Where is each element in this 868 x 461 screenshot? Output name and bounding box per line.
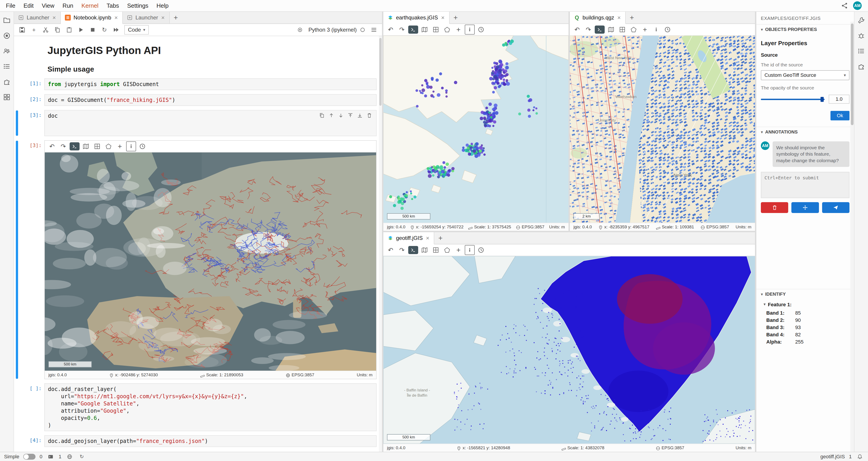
restart-kernel-icon[interactable]: ↻ [99, 25, 110, 35]
cell-collapser-active[interactable] [16, 110, 18, 136]
cell-collapser[interactable] [16, 63, 18, 74]
duplicate-cell-icon[interactable] [318, 111, 326, 120]
menu-run[interactable]: Run [59, 0, 78, 11]
code-cell-raster[interactable]: [ ]: doc.add_raster_layer( url="https://… [14, 383, 377, 431]
run-icon[interactable] [75, 25, 86, 35]
annotation-reply-input[interactable] [761, 172, 849, 198]
add-layer-icon[interactable]: + [115, 141, 125, 151]
bell-icon[interactable] [856, 453, 864, 461]
property-inspector-icon[interactable] [857, 16, 865, 24]
basemap-icon[interactable] [420, 25, 430, 35]
annotations-header[interactable]: ▾ANNOTATIONS [756, 127, 854, 137]
close-icon[interactable]: × [52, 15, 56, 21]
markdown-cell-title[interactable]: JupyterGIS Python API [14, 40, 377, 58]
code-cell-2[interactable]: [2]: doc = GISDocument("france_hiking.jG… [14, 94, 377, 106]
identify-feature[interactable]: ▾Feature 1: [756, 299, 854, 309]
vector-polygon-icon[interactable] [442, 25, 452, 35]
terminals-count[interactable]: 0 [39, 454, 42, 460]
share-icon[interactable] [840, 2, 848, 10]
console-icon[interactable] [70, 142, 80, 151]
cell-type-select[interactable]: Code ▾ [124, 25, 149, 35]
code-editor[interactable]: doc.add_raster_layer( url="https://mt1.g… [44, 383, 377, 431]
panel-menu-icon[interactable] [368, 25, 379, 35]
markdown-cell-section[interactable]: Simple usage [14, 62, 377, 74]
raster-grid-icon[interactable] [92, 141, 102, 151]
new-tab-button[interactable]: + [450, 12, 462, 24]
toc-icon[interactable] [857, 47, 865, 55]
close-icon[interactable]: × [161, 15, 165, 21]
geotiff-map[interactable]: - Baffin Island - Île de Baffin 500 km [383, 256, 755, 443]
europe-map[interactable]: 500 km [45, 153, 376, 371]
opacity-slider[interactable] [761, 96, 825, 102]
slider-handle[interactable] [820, 97, 824, 102]
undo-icon[interactable]: ↶ [47, 141, 57, 151]
terminal-icon[interactable] [46, 453, 55, 461]
menu-file[interactable]: File [2, 0, 20, 11]
paste-icon[interactable] [64, 25, 74, 35]
code-editor[interactable]: doc [44, 110, 377, 136]
identify-header[interactable]: ▾IDENTIFY [756, 289, 854, 299]
insert-below-icon[interactable] [356, 111, 364, 120]
code-editor[interactable]: from jupytergis import GISDocument [44, 78, 377, 90]
console-icon[interactable] [595, 26, 604, 34]
identify-icon[interactable] [465, 245, 475, 255]
vector-polygon-icon[interactable] [103, 141, 114, 151]
tab-notebook[interactable]: Notebook.ipynb × [61, 12, 123, 24]
new-tab-button[interactable]: + [434, 232, 446, 244]
close-icon[interactable]: × [440, 15, 445, 21]
close-icon[interactable]: × [617, 15, 621, 21]
add-layer-icon[interactable]: + [640, 25, 650, 35]
undo-icon[interactable]: ↶ [385, 245, 396, 255]
extensions-icon[interactable] [857, 62, 865, 70]
history-icon[interactable] [662, 25, 673, 35]
kernel-icon[interactable] [294, 25, 305, 35]
cell-collapser[interactable] [16, 95, 18, 105]
history-icon[interactable] [476, 245, 486, 255]
current-document[interactable]: geotiff.jGIS [820, 454, 845, 460]
close-icon[interactable]: × [426, 235, 430, 241]
move-up-icon[interactable] [327, 111, 336, 120]
move-down-icon[interactable] [337, 111, 345, 120]
submit-annotation-button[interactable] [822, 202, 849, 213]
menu-help[interactable]: Help [152, 0, 173, 11]
tab-launcher-2[interactable]: Launcher × [123, 12, 169, 24]
center-annotation-button[interactable] [792, 202, 819, 213]
delete-cell-icon[interactable] [365, 111, 373, 120]
new-tab-button[interactable]: + [170, 12, 182, 24]
undo-icon[interactable]: ↶ [572, 25, 582, 35]
kernels-icon[interactable] [3, 93, 11, 101]
copy-icon[interactable] [52, 25, 63, 35]
code-editor[interactable]: doc = GISDocument("france_hiking.jGIS") [44, 94, 377, 106]
cell-collapser[interactable] [16, 384, 18, 431]
console-icon[interactable] [408, 26, 418, 34]
notebook-scrollbar[interactable] [379, 36, 382, 452]
notebook-content[interactable]: JupyterGIS Python API Simple usage [1]: … [14, 36, 382, 452]
undo-icon[interactable]: ↶ [385, 25, 396, 35]
history-icon[interactable] [137, 141, 147, 151]
tab-launcher-1[interactable]: Launcher × [14, 12, 61, 24]
earthquakes-map[interactable]: 500 km [383, 36, 568, 223]
tab-buildings[interactable]: Q buildings.qgz × [570, 12, 626, 24]
menu-view[interactable]: View [38, 0, 59, 11]
vector-polygon-icon[interactable] [629, 25, 639, 35]
menu-kernel[interactable]: Kernel [77, 0, 102, 11]
insert-above-icon[interactable] [346, 111, 354, 120]
stop-icon[interactable] [87, 25, 98, 35]
opacity-value[interactable]: 1.0 [829, 95, 849, 104]
redo-icon[interactable]: ↷ [583, 25, 593, 35]
notification-count[interactable]: 1 [849, 454, 852, 460]
new-tab-button[interactable]: + [626, 12, 638, 24]
save-icon[interactable] [17, 25, 28, 35]
code-cell-1[interactable]: [1]: from jupytergis import GISDocument [14, 78, 377, 90]
redo-icon[interactable]: ↷ [397, 245, 407, 255]
add-cell-icon[interactable]: + [29, 25, 39, 35]
tab-earthquakes[interactable]: earthquakes.jGIS × [383, 12, 450, 24]
sidebar-scrollbar[interactable] [850, 22, 854, 452]
cell-collapser[interactable] [16, 79, 18, 90]
menu-settings[interactable]: Settings [123, 0, 152, 11]
output-cell-4[interactable]: [4]: 'd1b1b17e-9f69-4b0f-b5b6-3b5aeb0c0d… [14, 451, 377, 452]
extensions-icon[interactable] [3, 78, 11, 86]
cell-collapser[interactable] [16, 40, 18, 58]
basemap-icon[interactable] [606, 25, 616, 35]
tab-geotiff[interactable]: geotiff.jGIS × [383, 232, 434, 244]
